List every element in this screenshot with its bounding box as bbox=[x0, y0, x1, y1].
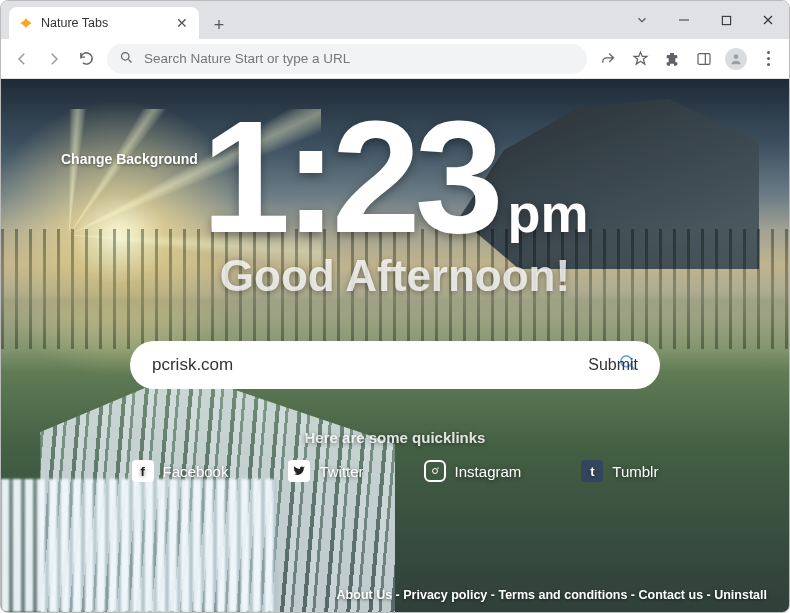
footer-terms[interactable]: Terms and conditions bbox=[498, 588, 627, 602]
change-background-link[interactable]: Change Background bbox=[61, 151, 198, 167]
tab-title: Nature Tabs bbox=[41, 16, 167, 30]
quicklinks-heading: Here are some quicklinks bbox=[305, 429, 486, 446]
clock-ampm: pm bbox=[508, 182, 589, 244]
quicklink-facebook[interactable]: f Facebook bbox=[132, 460, 229, 482]
svg-rect-0 bbox=[722, 16, 730, 24]
tumblr-icon: t bbox=[581, 460, 603, 482]
instagram-icon bbox=[424, 460, 446, 482]
extensions-icon[interactable] bbox=[661, 48, 683, 70]
profile-avatar[interactable] bbox=[725, 48, 747, 70]
share-icon[interactable] bbox=[597, 48, 619, 70]
window-controls bbox=[625, 1, 785, 39]
reload-button[interactable] bbox=[75, 48, 97, 70]
footer-contact[interactable]: Contact us bbox=[639, 588, 704, 602]
svg-point-1 bbox=[122, 52, 130, 60]
twitter-icon bbox=[288, 460, 310, 482]
new-tab-button[interactable]: + bbox=[205, 11, 233, 39]
svg-point-5 bbox=[432, 469, 437, 474]
clock-time: 1:23 bbox=[201, 97, 497, 257]
sidepanel-icon[interactable] bbox=[693, 48, 715, 70]
address-bar-placeholder: Search Nature Start or type a URL bbox=[144, 51, 350, 66]
footer-links: About Us - Privacy policy - Terms and co… bbox=[337, 588, 767, 602]
quicklink-label: Tumblr bbox=[612, 463, 658, 480]
chevron-down-icon[interactable] bbox=[625, 6, 659, 34]
quicklink-twitter[interactable]: Twitter bbox=[288, 460, 363, 482]
svg-rect-2 bbox=[698, 53, 710, 64]
svg-point-6 bbox=[437, 467, 439, 469]
svg-point-3 bbox=[734, 54, 739, 59]
browser-tab[interactable]: Nature Tabs ✕ bbox=[9, 7, 199, 39]
greeting-text: Good Afternoon! bbox=[220, 251, 570, 301]
search-submit-button[interactable]: Submit bbox=[582, 356, 638, 374]
quicklinks-row: f Facebook Twitter Instagram t Tumblr bbox=[132, 460, 659, 482]
search-input[interactable] bbox=[152, 355, 582, 375]
tab-close-icon[interactable]: ✕ bbox=[175, 16, 189, 30]
back-button[interactable] bbox=[11, 48, 33, 70]
footer-about[interactable]: About Us bbox=[337, 588, 393, 602]
forward-button[interactable] bbox=[43, 48, 65, 70]
footer-uninstall[interactable]: Uninstall bbox=[714, 588, 767, 602]
search-bar: Submit bbox=[130, 341, 660, 389]
quicklink-label: Facebook bbox=[163, 463, 229, 480]
close-button[interactable] bbox=[751, 6, 785, 34]
browser-toolbar: Search Nature Start or type a URL bbox=[1, 39, 789, 79]
address-bar[interactable]: Search Nature Start or type a URL bbox=[107, 44, 587, 74]
page-content: Change Background 1:23 pm Good Afternoon… bbox=[1, 79, 789, 612]
quicklink-label: Instagram bbox=[455, 463, 522, 480]
maximize-button[interactable] bbox=[709, 6, 743, 34]
tab-favicon bbox=[19, 16, 33, 30]
window-titlebar: Nature Tabs ✕ + bbox=[1, 1, 789, 39]
menu-button[interactable] bbox=[757, 48, 779, 70]
footer-privacy[interactable]: Privacy policy bbox=[403, 588, 487, 602]
search-icon bbox=[119, 50, 134, 68]
quicklink-instagram[interactable]: Instagram bbox=[424, 460, 522, 482]
clock: 1:23 pm bbox=[201, 97, 588, 257]
minimize-button[interactable] bbox=[667, 6, 701, 34]
quicklink-tumblr[interactable]: t Tumblr bbox=[581, 460, 658, 482]
bookmark-icon[interactable] bbox=[629, 48, 651, 70]
quicklink-label: Twitter bbox=[319, 463, 363, 480]
facebook-icon: f bbox=[132, 460, 154, 482]
